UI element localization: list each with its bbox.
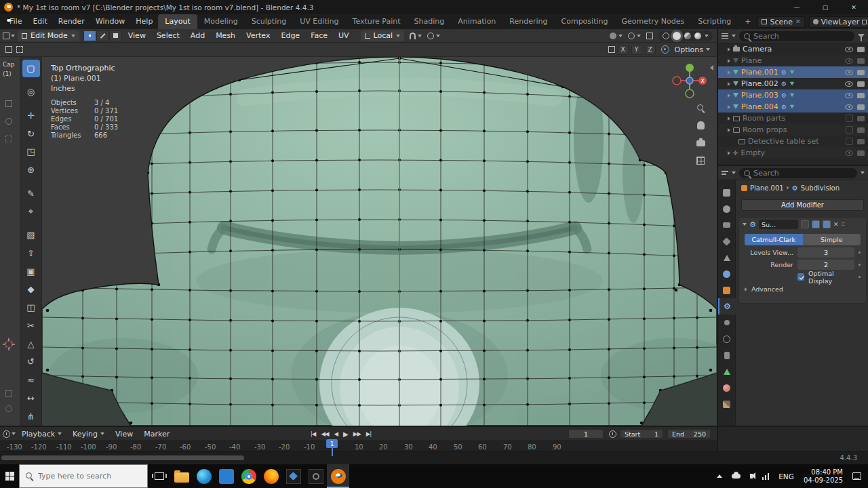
menu-view-timeline[interactable]: View: [111, 430, 138, 439]
taskbar-app-photos[interactable]: [282, 464, 304, 488]
properties-filter-caret-icon[interactable]: [861, 171, 865, 174]
collection-name[interactable]: Room parts: [743, 114, 785, 123]
tool-bevel[interactable]: ◆: [22, 281, 40, 298]
tab-scene[interactable]: [718, 249, 736, 266]
menu-select[interactable]: Select: [152, 31, 184, 40]
outliner-item-empty[interactable]: ✛ Empty: [718, 147, 868, 159]
add-workspace-button[interactable]: +: [738, 14, 757, 29]
breadcrumb-modifier[interactable]: Subdivision: [801, 184, 840, 192]
object-name[interactable]: Plane.003: [741, 91, 778, 100]
viewport-3d[interactable]: Top Orthographic (1) Plane.001 Inches Ob…: [42, 57, 717, 426]
breadcrumb-object[interactable]: Plane.001: [750, 184, 784, 192]
outliner-search[interactable]: Search: [739, 31, 854, 41]
expand-arrow-icon[interactable]: [728, 94, 730, 98]
taskbar-app-file-explorer[interactable]: [170, 464, 193, 488]
camera-view-button[interactable]: [694, 137, 707, 149]
object-name[interactable]: Plane.001: [741, 68, 778, 77]
render-visibility-toggle[interactable]: [857, 47, 865, 52]
zoom-button[interactable]: [694, 102, 707, 114]
expand-arrow-icon[interactable]: [728, 47, 730, 52]
render-display-toggle[interactable]: [823, 220, 831, 228]
tab-constraints[interactable]: [718, 347, 736, 363]
minimize-button[interactable]: —: [783, 0, 811, 14]
timeline-editor-icon[interactable]: [3, 430, 10, 438]
face-select-button[interactable]: [109, 30, 122, 41]
outliner-item-detective-table-set[interactable]: Detective table set: [718, 136, 868, 147]
tab-render[interactable]: [718, 201, 736, 217]
menu-add[interactable]: Add: [186, 31, 210, 40]
menu-edge[interactable]: Edge: [276, 31, 304, 40]
next-keyframe-button[interactable]: ▶▶: [351, 430, 363, 437]
viewport-canvas[interactable]: [42, 57, 717, 426]
options-dropdown[interactable]: Options: [675, 45, 710, 54]
tool-edge-slide[interactable]: ↔: [22, 389, 40, 407]
mini-zoom-icon[interactable]: [5, 100, 12, 107]
taskbar-clock[interactable]: 08:40 PM 04-09-2025: [804, 468, 843, 485]
viewlayer-selector[interactable]: ViewLayer: [809, 16, 868, 28]
tool-loop-cut[interactable]: ◫: [22, 299, 40, 317]
properties-type-caret-icon[interactable]: [732, 171, 736, 174]
object-name[interactable]: Plane: [741, 56, 762, 65]
collection-name[interactable]: Detective table set: [748, 137, 819, 146]
mini-bottom-icon-1[interactable]: [5, 390, 12, 397]
workspace-tab-rendering[interactable]: Rendering: [502, 14, 554, 29]
render-visibility-toggle[interactable]: [857, 93, 865, 98]
outliner-item-room-parts[interactable]: Room parts: [718, 113, 868, 124]
edit-mode-display-toggle[interactable]: [801, 220, 809, 228]
expand-arrow-icon[interactable]: [728, 128, 730, 132]
animate-dot-icon[interactable]: [859, 276, 861, 278]
use-preview-range-icon[interactable]: [609, 430, 616, 438]
orthographic-toggle-button[interactable]: [694, 155, 707, 167]
collection-checkbox[interactable]: [846, 115, 853, 122]
tool-inset-faces[interactable]: ▣: [22, 262, 40, 280]
menu-help[interactable]: Help: [130, 14, 158, 29]
workspace-tab-geometry-nodes[interactable]: Geometry Nodes: [614, 14, 691, 29]
expand-arrow-icon[interactable]: [728, 151, 730, 155]
collection-checkbox[interactable]: [846, 138, 853, 145]
simple-button[interactable]: Simple: [803, 234, 861, 245]
taskbar-app-firefox[interactable]: [260, 464, 282, 488]
close-button[interactable]: ✕: [840, 0, 868, 14]
add-modifier-button[interactable]: Add Modifier: [741, 199, 864, 211]
close-modifier-icon[interactable]: ✕: [833, 221, 839, 228]
editor-type-caret-icon[interactable]: [11, 35, 15, 37]
workspace-tab-texture-paint[interactable]: Texture Paint: [346, 14, 408, 29]
tab-texture[interactable]: [718, 396, 736, 412]
mini-bottom-icon-2[interactable]: [5, 405, 12, 412]
workspace-tab-compositing[interactable]: Compositing: [555, 14, 615, 29]
hide-eye-toggle[interactable]: [845, 47, 853, 52]
taskbar-app-camera[interactable]: [304, 464, 327, 488]
hide-eye-toggle[interactable]: [845, 93, 853, 98]
object-name[interactable]: Plane.004: [741, 102, 778, 111]
outliner-item-plane-001[interactable]: Plane.001 ⚙: [718, 66, 868, 78]
wireframe-shading-icon[interactable]: [663, 33, 669, 39]
menu-face[interactable]: Face: [306, 31, 332, 40]
mini-orbit-icon[interactable]: [5, 118, 12, 125]
gizmo-z-axis[interactable]: [686, 77, 693, 84]
animate-dot-icon[interactable]: [859, 264, 861, 266]
properties-editor-icon[interactable]: [722, 171, 728, 175]
hide-eye-toggle[interactable]: [845, 81, 853, 87]
end-frame-field[interactable]: End 250: [667, 429, 711, 439]
expand-arrow-icon[interactable]: [728, 117, 730, 121]
modifier-panel-header[interactable]: ⚙ Su... ✕ ⠿: [739, 218, 866, 231]
play-button[interactable]: ▶: [341, 430, 350, 438]
start-button[interactable]: [0, 464, 19, 488]
realtime-display-toggle[interactable]: [812, 220, 820, 228]
previous-keyframe-button[interactable]: ◀◀: [319, 430, 330, 437]
outliner-item-camera[interactable]: Camera: [718, 43, 868, 55]
workspace-tab-uv-editing[interactable]: UV Editing: [293, 14, 345, 29]
advanced-section-row[interactable]: Advanced: [745, 284, 861, 294]
properties-search[interactable]: Search: [739, 168, 857, 178]
menu-window[interactable]: Window: [90, 14, 130, 29]
collection-checkbox[interactable]: [846, 126, 853, 134]
play-reverse-button[interactable]: ◀: [332, 430, 340, 437]
tab-world[interactable]: [718, 266, 736, 282]
overlays-dropdown[interactable]: [628, 33, 641, 39]
tool-rip-region[interactable]: ⋔: [22, 407, 40, 425]
tab-modifiers[interactable]: ⚙: [718, 298, 736, 314]
expand-arrow-icon[interactable]: [728, 82, 730, 86]
outliner-item-plane-002[interactable]: Plane.002 ⚙: [718, 78, 868, 89]
tool-transform[interactable]: ⊕: [22, 161, 40, 179]
taskbar-app-edge[interactable]: [193, 464, 215, 488]
